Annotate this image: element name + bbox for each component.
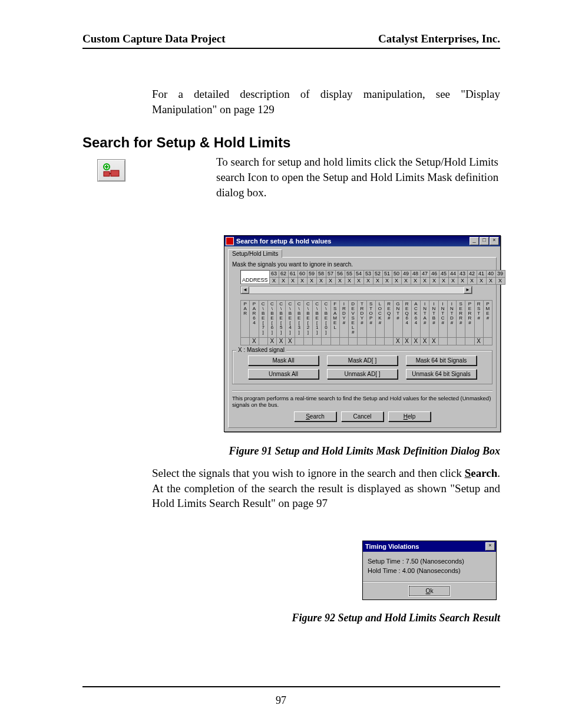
signal-mask-cell[interactable]	[465, 338, 474, 345]
dialog2-titlebar[interactable]: Timing Violations ×	[363, 541, 496, 552]
footer-rule	[82, 686, 500, 687]
signal-mask-cell[interactable]	[295, 338, 303, 345]
signal-mask-cell[interactable]: X	[277, 338, 285, 345]
signal-name: STOP#	[367, 301, 375, 338]
address-bit-mask-cell[interactable]: X	[270, 277, 279, 285]
signal-mask-cell[interactable]	[448, 338, 456, 345]
address-bit-mask-cell[interactable]: X	[364, 277, 373, 285]
address-bit-mask-cell[interactable]: X	[317, 277, 326, 285]
signal-mask-cell[interactable]	[358, 338, 366, 345]
address-bit-mask-cell[interactable]: X	[392, 277, 402, 285]
close-icon[interactable]: ×	[485, 542, 495, 551]
unmask-all-button[interactable]: Unmask All	[248, 369, 319, 379]
address-bit-number: 41	[477, 270, 487, 277]
signal-mask-cell[interactable]	[331, 338, 339, 345]
address-bit-mask-cell[interactable]: X	[402, 277, 411, 285]
signal-name: SERR#	[457, 301, 465, 338]
address-bit-number: 48	[411, 270, 421, 277]
signal-name: INTD#	[448, 301, 456, 338]
signal-mask-cell[interactable]	[340, 338, 348, 345]
signal-mask-cell[interactable]	[457, 338, 465, 345]
signal-mask-cell[interactable]: X	[286, 338, 294, 345]
address-bit-number: 59	[308, 270, 317, 277]
signal-mask-cell[interactable]: X	[394, 338, 402, 345]
signal-name: PAR	[241, 301, 249, 338]
signal-name: REQ64	[403, 301, 411, 338]
address-bit-mask-cell[interactable]: X	[439, 277, 449, 285]
masked-signal-group: X : Masked signal Mask All Unmask All Ma…	[232, 350, 492, 384]
address-bit-mask-cell[interactable]: X	[326, 277, 336, 285]
mask-instruction: Mask the signals you want to ignore in s…	[232, 261, 492, 268]
signal-mask-cell[interactable]	[349, 338, 357, 345]
mask-64bit-button[interactable]: Mask 64 bit Signals	[406, 355, 477, 365]
header-rule	[82, 48, 500, 49]
signal-mask-cell[interactable]	[385, 338, 393, 345]
scroll-left-icon[interactable]: ◄	[241, 286, 249, 294]
address-bit-mask-cell[interactable]: X	[336, 277, 345, 285]
address-bit-number: 49	[402, 270, 411, 277]
address-bit-number: 61	[289, 270, 298, 277]
address-bit-mask-cell[interactable]: X	[373, 277, 383, 285]
signal-mask-cell[interactable]: X	[403, 338, 411, 345]
address-bit-mask-cell[interactable]: X	[487, 277, 496, 285]
search-button[interactable]: Search	[294, 411, 336, 421]
signal-mask-cell[interactable]: X	[250, 338, 258, 345]
address-bit-mask-cell[interactable]: X	[477, 277, 487, 285]
address-bit-mask-cell[interactable]: X	[289, 277, 298, 285]
signal-name: C\BE[5]	[277, 301, 285, 338]
close-icon[interactable]: ×	[490, 237, 499, 245]
address-bit-number: 39	[496, 270, 505, 277]
signal-mask-cell[interactable]: X	[429, 338, 438, 345]
signal-mask-cell[interactable]	[322, 338, 330, 345]
signal-mask-cell[interactable]	[241, 338, 249, 345]
signal-name: LOCK#	[376, 301, 384, 338]
ok-button[interactable]: Ok	[409, 586, 450, 596]
signal-mask-cell[interactable]: X	[475, 338, 483, 345]
signal-mask-cell[interactable]	[367, 338, 375, 345]
signal-mask-cell[interactable]: X	[421, 338, 429, 345]
mask-ad-button[interactable]: Mask AD[ ]	[327, 355, 398, 365]
address-bit-mask-cell[interactable]: X	[355, 277, 364, 285]
signal-name: C\BE[4]	[286, 301, 294, 338]
address-bit-mask-cell[interactable]: X	[345, 277, 355, 285]
signal-mask-cell[interactable]	[259, 338, 267, 345]
address-bit-number: 60	[298, 270, 308, 277]
signal-mask-cell[interactable]	[304, 338, 312, 345]
address-bit-mask-cell[interactable]: X	[298, 277, 308, 285]
intro-paragraph: For a detailed description of display ma…	[152, 87, 500, 117]
address-bit-number: 42	[468, 270, 477, 277]
address-bit-mask-cell[interactable]: X	[279, 277, 289, 285]
signal-mask-cell[interactable]	[439, 338, 447, 345]
app-icon	[226, 237, 234, 245]
address-bit-mask-cell[interactable]: X	[308, 277, 317, 285]
signal-mask-cell[interactable]	[376, 338, 384, 345]
scroll-right-icon[interactable]: ►	[464, 286, 472, 294]
address-bit-mask-cell[interactable]: X	[496, 277, 505, 285]
help-button[interactable]: Help	[388, 411, 431, 421]
address-bit-mask-cell[interactable]: X	[468, 277, 477, 285]
address-bit-mask-cell[interactable]: X	[411, 277, 421, 285]
signal-mask-cell[interactable]	[313, 338, 321, 345]
signal-mask-cell[interactable]: X	[412, 338, 420, 345]
cancel-button[interactable]: Cancel	[341, 411, 384, 421]
tab-setup-hold-limits[interactable]: Setup/Hold Limits	[228, 249, 282, 258]
signal-mask-cell[interactable]	[484, 338, 492, 345]
signal-mask-cell[interactable]: X	[268, 338, 276, 345]
address-bit-mask-cell[interactable]: X	[383, 277, 392, 285]
address-bit-mask-cell[interactable]: X	[449, 277, 458, 285]
address-bit-number: 43	[458, 270, 468, 277]
mask-all-button[interactable]: Mask All	[248, 355, 319, 365]
unmask-ad-button[interactable]: Unmask AD[ ]	[327, 369, 398, 379]
address-scrollbar[interactable]: ◄ ►	[240, 286, 472, 294]
maximize-icon[interactable]: □	[480, 237, 489, 245]
address-bit-mask-cell[interactable]: X	[421, 277, 430, 285]
address-bit-mask-cell[interactable]: X	[458, 277, 468, 285]
signal-name: IRDY#	[340, 301, 348, 338]
signal-name: INTB#	[429, 301, 438, 338]
unmask-64bit-button[interactable]: Unmask 64 bit Signals	[406, 369, 477, 379]
svg-rect-4	[111, 170, 119, 176]
dialog-titlebar[interactable]: Search for setup & hold values _ □ ×	[224, 236, 500, 246]
address-bit-mask-cell[interactable]: X	[430, 277, 439, 285]
address-bit-number: 45	[439, 270, 449, 277]
minimize-icon[interactable]: _	[470, 237, 479, 245]
